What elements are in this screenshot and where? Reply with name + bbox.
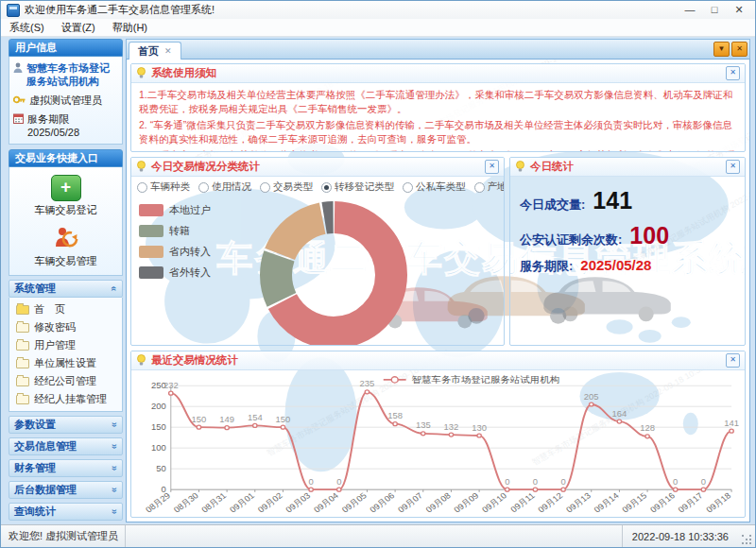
data-label: 158	[387, 412, 403, 420]
notice-body: 1.二手车交易市场及相关单位经营主体要严格按照《二手车流通管理办法》，采集和审核…	[131, 83, 745, 151]
legend-label: 转籍	[169, 224, 190, 238]
radio-交易类型[interactable]: 交易类型	[260, 180, 313, 194]
tab-home[interactable]: 首页 ✕	[129, 42, 181, 60]
vehicle-trade-manage-label[interactable]: 车辆交易管理	[13, 254, 118, 268]
radio-dot[interactable]	[198, 182, 209, 193]
data-label: 150	[192, 415, 207, 423]
data-label: 164	[612, 409, 627, 418]
x-tick-label: 09月12	[536, 491, 564, 515]
status-welcome: 欢迎您! 虚拟测试管理员	[1, 525, 126, 547]
org-name: 智慧车务市场登记服务站试用机构	[26, 61, 118, 88]
vehicle-trade-register-label[interactable]: 车辆交易登记	[13, 203, 118, 217]
vehicle-trade-register-button[interactable]: +	[51, 175, 81, 201]
radio-产地[interactable]: 产地	[474, 180, 506, 194]
y-tick-label: 100	[151, 443, 166, 452]
sidebar: 用户信息 智慧车务市场登记服务站试用机构 虚拟测试管理员	[9, 39, 123, 522]
menu-item-系统(S)[interactable]: 系统(S)	[1, 19, 53, 36]
radio-车辆种类[interactable]: 车辆种类	[137, 180, 190, 194]
section-label: 查询统计	[14, 505, 56, 519]
collapse-down-icon[interactable]: «	[110, 488, 120, 493]
lightbulb-icon	[136, 354, 146, 367]
section-system-management[interactable]: 系统管理 «	[9, 280, 123, 298]
section-label: 参数设置	[14, 418, 56, 432]
lightbulb-icon	[515, 161, 525, 173]
menu-item-帮助(H)[interactable]: 帮助(H)	[104, 19, 156, 36]
section-参数设置[interactable]: 参数设置«	[9, 416, 123, 434]
x-tick-label: 09月09	[452, 491, 480, 515]
data-label: 235	[360, 380, 375, 388]
system-menu: 首 页修改密码用户管理单位属性设置经纪公司管理经纪人挂靠管理	[9, 298, 123, 412]
sidebar-item-单位属性设置[interactable]: 单位属性设置	[16, 354, 122, 372]
data-label: 205	[584, 392, 599, 401]
data-label: 0	[701, 477, 706, 486]
minimize-button[interactable]: —	[678, 1, 702, 19]
data-label: 0	[560, 477, 565, 486]
sidebar-item-首 页[interactable]: 首 页	[16, 300, 122, 318]
radio-dot[interactable]	[137, 182, 147, 193]
radio-label: 车辆种类	[150, 180, 190, 194]
folder-icon	[16, 395, 29, 404]
tab-home-label: 首页	[138, 44, 159, 59]
x-tick-label: 09月15	[620, 491, 648, 515]
notice-line: 1.二手车交易市场及相关单位经营主体要严格按照《二手车流通管理办法》，采集和审核…	[139, 88, 737, 116]
maximize-button[interactable]: □	[702, 1, 727, 19]
section-交易信息管理[interactable]: 交易信息管理«	[9, 437, 123, 455]
legend-item-省内转入[interactable]: 省内转入	[139, 245, 211, 259]
radio-dot[interactable]	[474, 182, 485, 193]
lightbulb-icon	[136, 161, 146, 173]
service-deadline: 服务期限2025/05/28	[27, 112, 118, 139]
radio-公私车类型[interactable]: 公私车类型	[403, 180, 466, 194]
menu-item-设置(Z)[interactable]: 设置(Z)	[53, 19, 104, 36]
section-财务管理[interactable]: 财务管理«	[9, 459, 123, 477]
tab-list-dropdown-button[interactable]: ▼	[713, 42, 730, 57]
section-查询统计[interactable]: 查询统计«	[9, 503, 123, 521]
tab-close-icon[interactable]: ✕	[164, 46, 172, 56]
section-后台数据管理[interactable]: 后台数据管理«	[9, 481, 123, 499]
collapse-up-icon[interactable]: «	[110, 286, 120, 292]
collapse-down-icon[interactable]: «	[110, 422, 120, 428]
lightbulb-icon	[136, 67, 146, 79]
legend-item-转籍[interactable]: 转籍	[139, 224, 211, 238]
sidebar-item-用户管理[interactable]: 用户管理	[16, 336, 122, 354]
radio-使用情况[interactable]: 使用情况	[198, 180, 251, 194]
stat-label: 服务期限:	[520, 258, 573, 275]
data-label: 232	[163, 381, 179, 389]
sidebar-item-经纪公司管理[interactable]: 经纪公司管理	[16, 372, 122, 390]
org-row: 智慧车务市场登记服务站试用机构	[13, 61, 118, 88]
quick-entry-header: 交易业务快捷入口	[9, 149, 123, 167]
tab-strip-close-button[interactable]: ✕	[731, 42, 747, 57]
category-radio-group: 车辆种类使用情况交易类型转移登记类型公私车类型产地使用年限	[137, 180, 498, 194]
legend-item-本地过户[interactable]: 本地过户	[139, 203, 211, 217]
radio-dot[interactable]	[321, 182, 332, 193]
legend-marker	[391, 377, 398, 383]
legend-item-省外转入[interactable]: 省外转入	[139, 265, 211, 280]
radio-dot[interactable]	[403, 182, 413, 193]
x-tick-label: 09月02	[256, 491, 284, 515]
line-chart-legend[interactable]: 智慧车务市场登记服务站试用机构	[384, 375, 559, 385]
collapse-down-icon[interactable]: «	[110, 509, 120, 515]
resize-grip[interactable]	[742, 535, 753, 546]
sidebar-item-修改密码[interactable]: 修改密码	[16, 318, 122, 336]
radio-label: 公私车类型	[416, 180, 466, 194]
notice-close-button[interactable]: ✕	[726, 66, 740, 80]
collapse-down-icon[interactable]: «	[110, 444, 120, 450]
quick-entry-panel: + 车辆交易登记 车辆交易管理	[9, 167, 123, 276]
content-area: 车务通二手车交易信息管理系统 智慧车务市场登记服务站试用机构 2022-09-1…	[126, 60, 750, 522]
category-panel-close-button[interactable]: ✕	[485, 160, 499, 174]
folder-icon	[16, 377, 29, 386]
collapse-down-icon[interactable]: «	[110, 466, 120, 471]
stat-row: 服务期限:2025/05/28	[520, 257, 735, 275]
radio-转移登记类型[interactable]: 转移登记类型	[321, 180, 394, 194]
recent-panel-close-button[interactable]: ✕	[726, 353, 740, 368]
stat-row: 公安认证剩余次数:100	[520, 222, 735, 249]
close-button[interactable]: ✕	[727, 1, 751, 19]
data-label: 128	[640, 424, 655, 433]
radio-dot[interactable]	[260, 182, 270, 193]
vehicle-trade-manage-icon[interactable]	[53, 226, 79, 250]
sidebar-item-经纪人挂靠管理[interactable]: 经纪人挂靠管理	[16, 390, 122, 408]
data-label: 0	[505, 477, 509, 486]
x-tick-label: 09月08	[424, 491, 453, 515]
today-stats-body: 今日成交量:141公安认证剩余次数:100服务期限:2025/05/28	[510, 177, 745, 293]
today-panel-close-button[interactable]: ✕	[726, 160, 740, 174]
folder-icon	[16, 305, 29, 315]
